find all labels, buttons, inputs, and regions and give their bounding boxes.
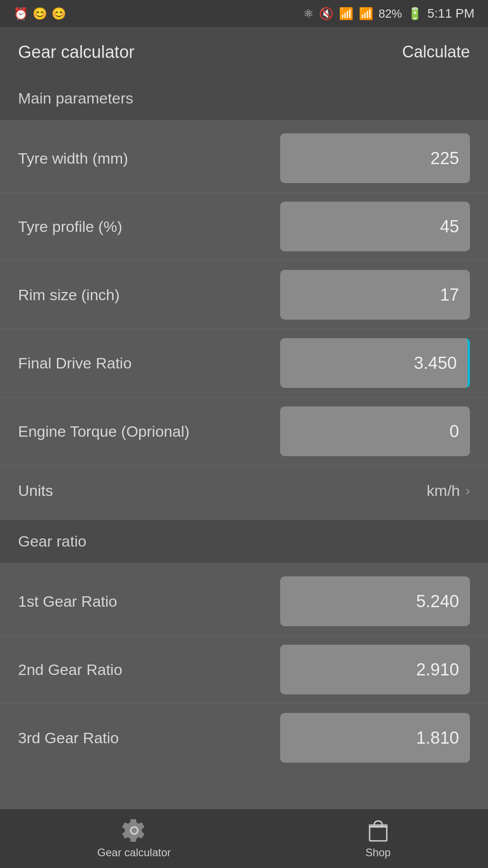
gear-1-label: 1st Gear Ratio — [18, 593, 280, 610]
gear-3-label: 3rd Gear Ratio — [18, 729, 280, 747]
tyre-profile-row: Tyre profile (%) — [0, 193, 488, 260]
app-bar: Gear calculator Calculate — [0, 27, 488, 77]
nav-item-gear-calculator[interactable]: Gear calculator — [97, 818, 171, 859]
gear-2-input[interactable] — [280, 645, 470, 694]
svg-rect-1 — [369, 824, 388, 828]
rim-size-row: Rim size (inch) — [0, 261, 488, 329]
nav-item-shop[interactable]: Shop — [366, 818, 391, 859]
gear-ratio-header: Gear ratio — [0, 520, 488, 563]
gear-3-row: 3rd Gear Ratio — [0, 704, 488, 772]
final-drive-input[interactable] — [280, 338, 470, 388]
gear-1-input[interactable] — [280, 576, 470, 626]
rim-size-input[interactable] — [280, 270, 470, 320]
gear-3-input[interactable] — [280, 713, 470, 763]
tyre-width-label: Tyre width (mm) — [18, 150, 280, 167]
main-parameters-title: Main parameters — [18, 90, 133, 107]
final-drive-row: Final Drive Ratio — [0, 329, 488, 397]
units-value-container[interactable]: km/h › — [427, 482, 470, 500]
battery-percentage: 82% — [379, 7, 402, 21]
tyre-width-input[interactable] — [280, 133, 470, 183]
rim-size-label: Rim size (inch) — [18, 286, 280, 304]
wifi-icon: 📶 — [339, 7, 353, 21]
gear-1-row: 1st Gear Ratio — [0, 567, 488, 635]
main-parameters-container: Tyre width (mm) Tyre profile (%) Rim siz… — [0, 120, 488, 520]
gear-2-row: 2nd Gear Ratio — [0, 636, 488, 703]
calculate-button[interactable]: Calculate — [402, 42, 470, 61]
status-right-icons: ⚛ 🔇 📶 📶 82% 🔋 5:11 PM — [303, 6, 474, 21]
alarm-icon: ⏰ — [14, 7, 28, 21]
status-bar-left-icons: ⏰ 😊 😊 — [14, 7, 66, 21]
gear-calculator-icon — [122, 818, 146, 843]
engine-torque-input[interactable] — [280, 406, 470, 456]
nav-shop-label: Shop — [366, 846, 391, 859]
chevron-right-icon: › — [465, 483, 470, 498]
notification-icon-1: 😊 — [33, 7, 47, 21]
final-drive-label: Final Drive Ratio — [18, 354, 280, 372]
status-bar: ⏰ 😊 😊 ⚛ 🔇 📶 📶 82% 🔋 5:11 PM — [0, 0, 488, 27]
gear-ratio-title: Gear ratio — [18, 533, 86, 550]
signal-icon: 📶 — [359, 7, 373, 21]
tyre-width-row: Tyre width (mm) — [0, 124, 488, 192]
battery-icon: 🔋 — [408, 7, 422, 21]
bottom-nav: Gear calculator Shop — [0, 809, 488, 868]
bluetooth-icon: ⚛ — [303, 7, 314, 21]
gear-2-label: 2nd Gear Ratio — [18, 661, 280, 679]
mute-icon: 🔇 — [319, 7, 333, 21]
engine-torque-row: Engine Torque (Oprional) — [0, 397, 488, 465]
engine-torque-label: Engine Torque (Oprional) — [18, 423, 280, 440]
units-row[interactable]: Units km/h › — [0, 466, 488, 515]
app-title: Gear calculator — [18, 42, 135, 62]
tyre-profile-label: Tyre profile (%) — [18, 218, 280, 236]
units-label: Units — [18, 482, 427, 500]
main-parameters-header: Main parameters — [0, 77, 488, 120]
shop-icon — [366, 818, 390, 843]
clock: 5:11 PM — [427, 6, 474, 21]
units-value-text: km/h — [427, 482, 460, 500]
svg-rect-0 — [370, 826, 387, 841]
tyre-profile-input[interactable] — [280, 202, 470, 251]
notification-icon-2: 😊 — [52, 7, 66, 21]
gear-ratio-container: 1st Gear Ratio 2nd Gear Ratio 3rd Gear R… — [0, 563, 488, 776]
nav-gear-calculator-label: Gear calculator — [97, 846, 171, 859]
